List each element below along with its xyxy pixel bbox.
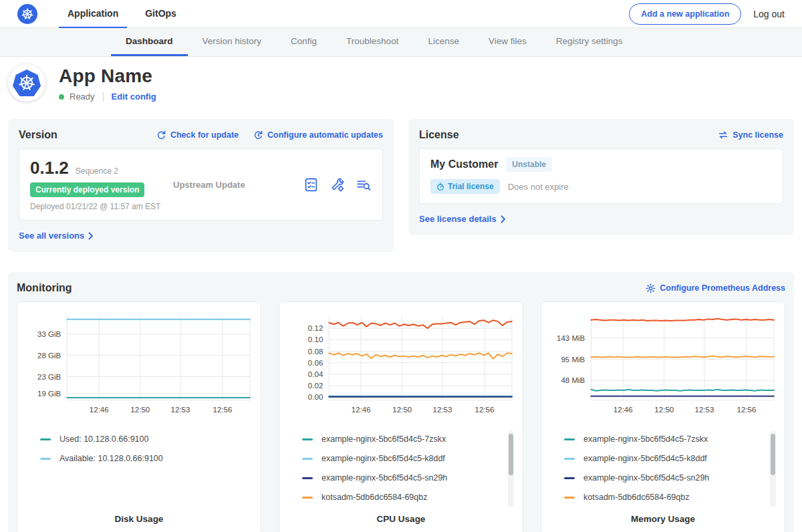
current-version-row: 0.1.2 Sequence 2 Currently deployed vers… xyxy=(19,148,383,221)
disk-usage-legend: Used: 10.128.0.66:9100Available: 10.128.… xyxy=(40,430,254,509)
view-logs-icon[interactable] xyxy=(356,177,372,192)
clock-refresh-icon xyxy=(253,130,263,140)
legend-label: Available: 10.128.0.66:9100 xyxy=(59,454,163,463)
monitoring-heading: Monitoring xyxy=(17,282,72,294)
scrollbar-thumb[interactable] xyxy=(509,434,513,475)
legend-label: example-nginx-5bc6f5d4c5-sn29h xyxy=(583,473,709,483)
status-text: Ready xyxy=(70,92,95,102)
legend-item: example-nginx-5bc6f5d4c5-7zskx xyxy=(564,430,778,449)
tab-view-files[interactable]: View files xyxy=(474,28,541,56)
legend-color-dash xyxy=(302,477,313,479)
app-tabs-nav: DashboardVersion historyConfigTroublesho… xyxy=(0,28,802,57)
app-status-row: Ready Edit config xyxy=(59,92,156,102)
legend-item: kotsadm-5db6dc6584-69qbz xyxy=(302,488,516,507)
svg-text:12:56: 12:56 xyxy=(213,406,232,414)
logout-button[interactable]: Log out xyxy=(753,9,785,19)
topnav-right: Add a new application Log out xyxy=(629,3,785,25)
legend-item: example-nginx-5bc6f5d4c5-sn29h xyxy=(302,469,516,488)
status-dot-icon xyxy=(59,94,64,100)
sequence-label: Sequence 2 xyxy=(76,166,118,176)
edit-config-link[interactable]: Edit config xyxy=(112,92,156,102)
tab-registry-settings[interactable]: Registry settings xyxy=(541,28,638,56)
divider xyxy=(103,92,104,102)
legend-color-dash xyxy=(40,438,51,440)
legend-label: kotsadm-5db6dc6584-69qbz xyxy=(583,493,689,502)
license-type-badge: Trial license xyxy=(430,179,500,194)
see-all-versions-link[interactable]: See all versions xyxy=(19,231,94,241)
tab-version-history[interactable]: Version history xyxy=(188,28,277,56)
app-icon xyxy=(8,64,45,102)
svg-text:12:53: 12:53 xyxy=(695,406,714,414)
sync-license-link[interactable]: Sync license xyxy=(718,130,783,140)
preflight-checklist-icon[interactable] xyxy=(303,177,319,192)
svg-text:12:46: 12:46 xyxy=(614,406,633,414)
svg-text:143 MiB: 143 MiB xyxy=(557,334,585,342)
update-type-label: Upstream Update xyxy=(173,180,303,190)
svg-text:0.06: 0.06 xyxy=(308,359,323,367)
legend-item: example-nginx-5bc6f5d4c5-k8ddf xyxy=(302,449,516,469)
memory-usage-legend: example-nginx-5bc6f5d4c5-7zskxexample-ng… xyxy=(564,430,778,509)
topnav-item-gitops[interactable]: GitOps xyxy=(136,0,185,28)
legend-scrollbar[interactable] xyxy=(508,430,514,507)
legend-item: Used: 10.128.0.66:9100 xyxy=(40,430,254,449)
svg-text:12:56: 12:56 xyxy=(737,406,756,414)
see-license-details-link[interactable]: See license details xyxy=(419,214,506,224)
legend-label: example-nginx-5bc6f5d4c5-7zskx xyxy=(583,434,708,444)
svg-text:19 GiB: 19 GiB xyxy=(37,390,61,398)
topnav-item-application[interactable]: Application xyxy=(59,0,127,28)
svg-text:12:50: 12:50 xyxy=(392,406,412,414)
stopwatch-icon xyxy=(436,182,444,191)
deployed-timestamp: Deployed 01/21/22 @ 11:57 am EST xyxy=(30,202,173,211)
svg-text:12:46: 12:46 xyxy=(90,406,109,414)
legend-scrollbar[interactable] xyxy=(770,430,776,507)
cpu-usage-panel: 12:4612:5012:5312:560.000.020.040.060.08… xyxy=(279,301,523,532)
check-for-update-link[interactable]: Check for update xyxy=(156,130,239,140)
app-header: App Name Ready Edit config xyxy=(0,57,802,112)
svg-text:0.08: 0.08 xyxy=(308,348,323,356)
svg-text:28 GiB: 28 GiB xyxy=(37,352,61,360)
chevron-right-icon xyxy=(501,215,506,223)
legend-item: kotsadm-5db6dc6584-69qbz xyxy=(564,488,778,507)
svg-text:95 MiB: 95 MiB xyxy=(561,356,585,364)
config-wrench-icon[interactable] xyxy=(329,177,345,192)
add-new-application-button[interactable]: Add a new application xyxy=(629,3,741,25)
legend-color-dash xyxy=(564,477,575,479)
version-number: 0.1.2 xyxy=(30,158,69,178)
memory-usage-panel: 12:4612:5012:5312:5648 MiB95 MiB143 MiB … xyxy=(541,301,785,532)
configure-automatic-updates-link[interactable]: Configure automatic updates xyxy=(253,130,383,140)
tab-troubleshoot[interactable]: Troubleshoot xyxy=(331,28,413,56)
legend-color-dash xyxy=(302,458,313,460)
legend-label: example-nginx-5bc6f5d4c5-7zskx xyxy=(321,434,446,444)
configure-prometheus-link[interactable]: Configure Prometheus Address xyxy=(646,283,785,293)
legend-color-dash xyxy=(40,458,51,460)
memory-usage-chart: 12:4612:5012:5312:5648 MiB95 MiB143 MiB xyxy=(548,310,778,419)
sync-arrows-icon xyxy=(718,130,728,140)
topnav-items: ApplicationGitOps xyxy=(59,0,185,28)
scrollbar-thumb[interactable] xyxy=(771,434,775,475)
refresh-icon xyxy=(156,130,166,140)
tab-config[interactable]: Config xyxy=(276,28,331,56)
disk-usage-panel: 12:4612:5012:5312:5619 GiB23 GiB28 GiB33… xyxy=(17,301,261,532)
legend-label: Used: 10.128.0.66:9100 xyxy=(59,434,148,444)
gear-icon xyxy=(646,283,656,293)
license-card: License Sync license My Customer Unstabl… xyxy=(408,119,794,235)
svg-text:12:46: 12:46 xyxy=(352,406,371,414)
svg-text:0.12: 0.12 xyxy=(308,324,323,332)
license-summary-row: My Customer Unstable Trial license Does … xyxy=(419,148,783,204)
tab-dashboard[interactable]: Dashboard xyxy=(111,28,188,56)
chart-title: Disk Usage xyxy=(24,514,254,524)
page-title: App Name xyxy=(59,65,156,87)
legend-item: Available: 10.128.0.66:9100 xyxy=(40,449,254,469)
svg-text:33 GiB: 33 GiB xyxy=(37,330,61,338)
kubernetes-heptagon-icon xyxy=(13,70,41,96)
legend-label: example-nginx-5bc6f5d4c5-k8ddf xyxy=(321,454,445,463)
tab-license[interactable]: License xyxy=(413,28,474,56)
legend-label: kotsadm-5db6dc6584-69qbz xyxy=(321,493,427,502)
top-navbar: ApplicationGitOps Add a new application … xyxy=(0,0,802,28)
expiry-text: Does not expire xyxy=(508,182,569,192)
svg-text:12:50: 12:50 xyxy=(130,406,150,414)
deployed-badge: Currently deployed version xyxy=(30,182,144,197)
svg-text:12:53: 12:53 xyxy=(433,406,452,414)
legend-label: example-nginx-5bc6f5d4c5-sn29h xyxy=(321,473,447,483)
kubernetes-logo-icon xyxy=(17,4,37,24)
